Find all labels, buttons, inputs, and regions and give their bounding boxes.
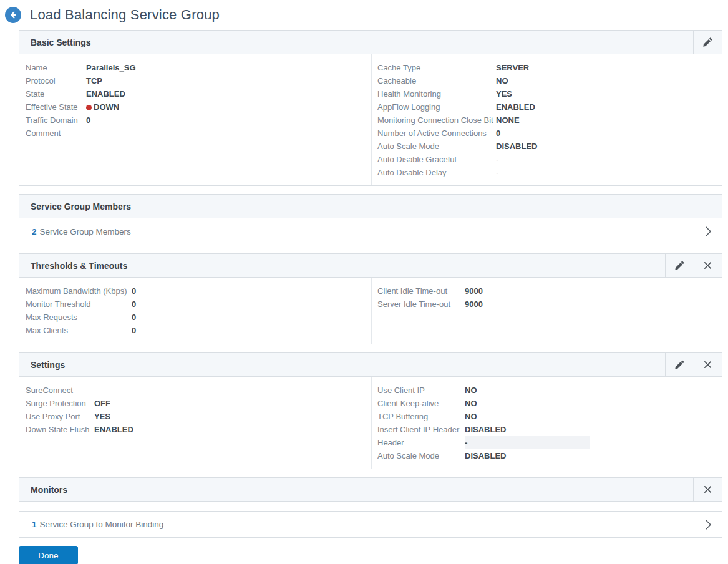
field-label: State bbox=[26, 87, 86, 100]
field-value: ENABLED bbox=[496, 100, 535, 114]
panel-thresholds-body: Maximum Bandwidth (Kbps)0Monitor Thresho… bbox=[19, 278, 722, 344]
monitor-binding-label: Service Group to Monitor Binding bbox=[40, 520, 164, 529]
field-label: Number of Active Connections bbox=[377, 127, 496, 140]
field-row: Auto Disable Delay- bbox=[377, 166, 716, 179]
field-value: 0 bbox=[132, 311, 136, 324]
settings-right-column: Use Client IPNOClient Keep-aliveNOTCP Bu… bbox=[372, 377, 722, 469]
field-row: Auto Disable Graceful- bbox=[377, 153, 716, 166]
field-label: Client Idle Time-out bbox=[377, 284, 465, 298]
field-label: Traffic Domain bbox=[26, 114, 86, 127]
panel-monitors-spacer bbox=[19, 502, 722, 511]
panel-title: Settings bbox=[31, 360, 65, 370]
field-label: Max Clients bbox=[26, 324, 132, 337]
panel-basic-settings-body: NameParallels_SGProtocolTCPStateENABLEDE… bbox=[19, 54, 722, 185]
panel-settings: Settings SureConnectSurge ProtectionOFFU… bbox=[19, 352, 722, 469]
field-value: ENABLED bbox=[94, 423, 133, 436]
panel-settings-body: SureConnectSurge ProtectionOFFUse Proxy … bbox=[19, 377, 722, 469]
settings-left-column: SureConnectSurge ProtectionOFFUse Proxy … bbox=[19, 377, 372, 469]
field-label: Health Monitoring bbox=[377, 87, 496, 100]
member-row-label: Service Group Members bbox=[40, 227, 131, 236]
field-row: Client Idle Time-out9000 bbox=[377, 284, 716, 298]
field-value: 9000 bbox=[465, 298, 483, 311]
field-row: Effective StateDOWN bbox=[26, 100, 365, 114]
field-row: Monitoring Connection Close BitNONE bbox=[377, 114, 716, 127]
field-label: Effective State bbox=[26, 100, 86, 114]
field-label: Protocol bbox=[26, 74, 86, 87]
panel-monitors: Monitors 1 Service Group to Monitor Bind… bbox=[19, 477, 722, 538]
field-value: 9000 bbox=[465, 284, 483, 298]
member-count: 2 bbox=[32, 227, 37, 236]
close-icon[interactable] bbox=[694, 478, 722, 501]
field-row: CacheableNO bbox=[377, 74, 716, 87]
field-row: Traffic Domain0 bbox=[26, 114, 365, 127]
field-value: - bbox=[496, 166, 498, 179]
panel-title: Monitors bbox=[31, 485, 67, 495]
field-row: Client Keep-aliveNO bbox=[377, 397, 716, 410]
field-value: YES bbox=[496, 87, 512, 100]
field-value: NO bbox=[496, 74, 508, 87]
panel-title: Service Group Members bbox=[31, 202, 131, 212]
field-label: TCP Buffering bbox=[377, 410, 465, 423]
field-value: DISABLED bbox=[465, 449, 506, 462]
field-row: Use Proxy PortYES bbox=[26, 410, 365, 423]
field-value: - bbox=[465, 436, 590, 449]
field-label: AppFlow Logging bbox=[377, 100, 496, 114]
field-label: Down State Flush bbox=[26, 423, 94, 436]
field-value: 0 bbox=[132, 298, 136, 311]
panel-service-group-members: Service Group Members 2 Service Group Me… bbox=[19, 194, 722, 245]
field-label: Cacheable bbox=[377, 74, 496, 87]
panel-thresholds-timeouts-header: Thresholds & Timeouts bbox=[19, 254, 722, 278]
field-row: SureConnect bbox=[26, 384, 365, 397]
panel-thresholds-timeouts: Thresholds & Timeouts Maximum Bandwidth … bbox=[19, 253, 722, 344]
field-row: Surge ProtectionOFF bbox=[26, 397, 365, 410]
panel-title: Thresholds & Timeouts bbox=[31, 261, 127, 271]
chevron-right-icon bbox=[704, 226, 712, 237]
panel-actions bbox=[693, 478, 722, 501]
back-button[interactable] bbox=[5, 7, 21, 23]
chevron-right-icon bbox=[704, 519, 712, 530]
field-value: NO bbox=[465, 384, 477, 397]
field-label: Name bbox=[26, 61, 86, 74]
panel-basic-settings-header: Basic Settings bbox=[19, 31, 722, 54]
close-icon[interactable] bbox=[694, 254, 722, 277]
field-row: Monitor Threshold0 bbox=[26, 298, 365, 311]
field-label: Header bbox=[377, 436, 465, 449]
field-value: NONE bbox=[496, 114, 520, 127]
field-row: AppFlow LoggingENABLED bbox=[377, 100, 716, 114]
field-value: TCP bbox=[86, 74, 102, 87]
pencil-icon[interactable] bbox=[694, 31, 722, 54]
field-row: Header- bbox=[377, 436, 716, 449]
field-row: Number of Active Connections0 bbox=[377, 127, 716, 140]
status-down-dot bbox=[86, 105, 92, 110]
done-button[interactable]: Done bbox=[19, 546, 78, 564]
field-row: ProtocolTCP bbox=[26, 74, 365, 87]
field-label: Server Idle Time-out bbox=[377, 298, 465, 311]
pencil-icon[interactable] bbox=[666, 254, 694, 277]
field-label: Auto Disable Delay bbox=[377, 166, 496, 179]
field-label: Client Keep-alive bbox=[377, 397, 465, 410]
service-group-members-row[interactable]: 2 Service Group Members bbox=[19, 218, 722, 245]
field-row: Comment bbox=[26, 127, 365, 140]
field-label: Monitoring Connection Close Bit bbox=[377, 114, 496, 127]
field-label: Auto Scale Mode bbox=[377, 140, 496, 153]
field-row: Max Clients0 bbox=[26, 324, 365, 337]
panel-title: Basic Settings bbox=[31, 37, 90, 47]
thresholds-right-column: Client Idle Time-out9000Server Idle Time… bbox=[372, 278, 722, 344]
panel-actions bbox=[665, 353, 722, 376]
field-value: NO bbox=[465, 397, 477, 410]
field-value: DISABLED bbox=[496, 140, 537, 153]
field-value: DOWN bbox=[86, 100, 119, 114]
field-row: TCP BufferingNO bbox=[377, 410, 716, 423]
field-label: Surge Protection bbox=[26, 397, 94, 410]
basic-settings-left-column: NameParallels_SGProtocolTCPStateENABLEDE… bbox=[19, 54, 372, 185]
close-icon[interactable] bbox=[694, 353, 722, 376]
panel-basic-settings: Basic Settings NameParallels_SGProtocolT… bbox=[19, 30, 722, 186]
panel-monitors-header: Monitors bbox=[19, 478, 722, 502]
field-row: Server Idle Time-out9000 bbox=[377, 298, 716, 311]
field-value: 0 bbox=[132, 284, 136, 298]
field-value: 0 bbox=[86, 114, 90, 127]
monitor-binding-row[interactable]: 1 Service Group to Monitor Binding bbox=[19, 511, 722, 537]
field-value: SERVER bbox=[496, 61, 529, 74]
pencil-icon[interactable] bbox=[666, 353, 694, 376]
page-title: Load Balancing Service Group bbox=[30, 7, 220, 23]
